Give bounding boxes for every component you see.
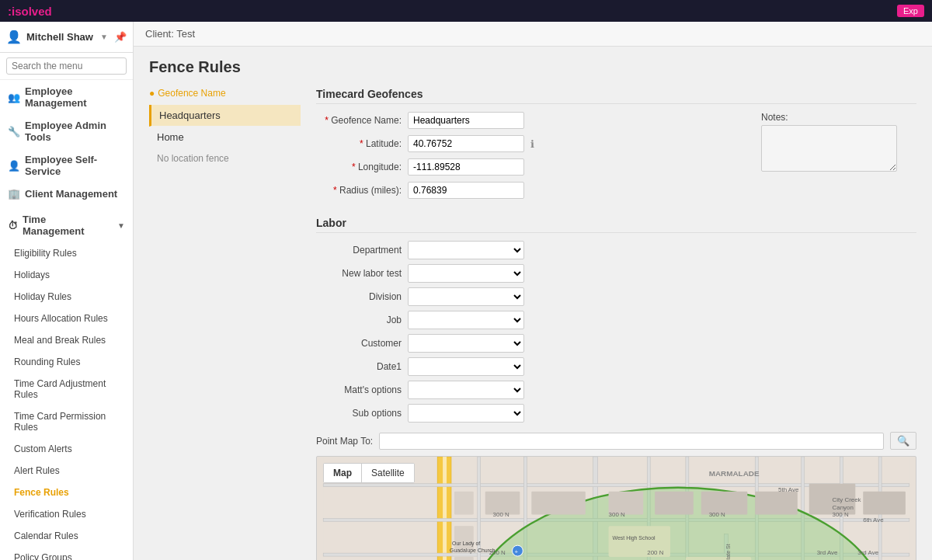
sidebar-item-alert-rules[interactable]: Alert Rules xyxy=(0,460,133,482)
division-label: Division xyxy=(316,291,402,302)
date1-select[interactable] xyxy=(408,357,524,376)
latitude-input[interactable] xyxy=(408,135,524,152)
sidebar-item-employee-admin-tools[interactable]: 🔧 Employee Admin Tools xyxy=(0,114,133,148)
sidebar-item-employee-management[interactable]: 👥 Employee Management xyxy=(0,80,133,114)
sidebar-user-name: Mitchell Shaw xyxy=(26,31,93,43)
fence-left-panel: ● Geofence Name Headquarters Home No loc… xyxy=(149,88,301,560)
matts-options-label: Matt's options xyxy=(316,384,402,395)
labor-section: Labor Department New labor test Division xyxy=(316,217,916,423)
sidebar-item-client-management[interactable]: 🏢 Client Management xyxy=(0,183,133,205)
sidebar-search-container xyxy=(0,53,133,80)
sidebar-item-rounding-rules[interactable]: Rounding Rules xyxy=(0,351,133,373)
sidebar-pin-icon[interactable]: 📌 xyxy=(114,31,127,43)
geofence-name-row: Geofence Name: xyxy=(316,112,746,129)
sidebar-item-employee-self-service[interactable]: 👤 Employee Self-Service xyxy=(0,148,133,183)
content-body: Fence Rules ● Geofence Name Headquarters… xyxy=(134,47,932,560)
client-label: Client: Test xyxy=(145,28,195,40)
job-select[interactable] xyxy=(408,311,524,329)
svg-rect-32 xyxy=(863,492,906,515)
matts-options-select[interactable] xyxy=(408,381,524,399)
geofence-item-home[interactable]: Home xyxy=(149,127,301,148)
svg-text:3rd Ave: 3rd Ave xyxy=(817,549,838,556)
division-row: Division xyxy=(316,287,916,306)
svg-text:N State St: N State St xyxy=(725,544,731,560)
main-layout: 👤 Mitchell Shaw ▼ 📌 👥 Employee Managemen… xyxy=(0,22,932,560)
sidebar-item-meal-and-break-rules[interactable]: Meal and Break Rules xyxy=(0,329,133,351)
form-right: Notes: xyxy=(761,112,916,205)
new-labor-test-select[interactable] xyxy=(408,264,524,283)
matts-options-row: Matt's options xyxy=(316,381,916,399)
job-row: Job xyxy=(316,311,916,329)
svg-text:200 N: 200 N xyxy=(647,549,663,556)
map-tabs: Map Satellite xyxy=(323,463,415,483)
topbar-right: Exp xyxy=(897,5,924,17)
sidebar-user-header[interactable]: 👤 Mitchell Shaw ▼ 📌 xyxy=(0,22,133,53)
geofence-item-headquarters[interactable]: Headquarters xyxy=(149,105,301,127)
division-select[interactable] xyxy=(408,287,524,306)
latitude-row: Latitude: ℹ xyxy=(316,135,746,152)
geofence-section-label: ● Geofence Name xyxy=(149,88,301,99)
new-labor-test-label: New labor test xyxy=(316,268,402,279)
svg-text:200 N: 200 N xyxy=(489,549,506,556)
tab-satellite[interactable]: Satellite xyxy=(362,464,414,482)
sidebar-item-time-card-permission-rules[interactable]: Time Card Permission Rules xyxy=(0,405,133,438)
client-management-icon: 🏢 xyxy=(8,188,20,200)
sidebar-item-fence-rules[interactable]: Fence Rules xyxy=(0,482,133,503)
notes-label: Notes: xyxy=(761,112,916,123)
fence-right-panel: Timecard Geofences Geofence Name: Latitu… xyxy=(316,88,916,560)
labor-section-title: Labor xyxy=(316,217,916,233)
svg-rect-30 xyxy=(755,492,798,515)
svg-rect-22 xyxy=(454,492,474,515)
point-map-row: Point Map To: 🔍 xyxy=(316,432,916,450)
radius-row: Radius (miles): xyxy=(316,182,746,199)
sidebar-item-policy-groups[interactable]: Policy Groups xyxy=(0,547,133,560)
brand-name: isolved xyxy=(12,5,52,18)
latitude-label: Latitude: xyxy=(316,138,402,149)
sidebar-item-holidays[interactable]: Holidays xyxy=(0,264,133,286)
longitude-label: Longitude: xyxy=(316,162,402,172)
sidebar-item-hours-allocation-rules[interactable]: Hours Allocation Rules xyxy=(0,308,133,329)
timecard-section-title: Timecard Geofences xyxy=(316,88,916,104)
sub-options-select[interactable] xyxy=(408,404,524,423)
date1-row: Date1 xyxy=(316,357,916,376)
sidebar-item-time-management[interactable]: ⏱ Time Management ▼ xyxy=(0,208,133,242)
svg-text:MARMALADE: MARMALADE xyxy=(709,469,760,478)
geofence-name-input[interactable] xyxy=(408,112,524,129)
radius-input[interactable] xyxy=(408,182,524,199)
client-bar: Client: Test xyxy=(134,22,932,47)
timecard-form: Geofence Name: Latitude: ℹ Longitude: xyxy=(316,112,916,205)
map-container: Map Satellite xyxy=(316,456,916,560)
page-title: Fence Rules xyxy=(149,58,916,76)
expand-arrow-icon: ▼ xyxy=(117,221,125,230)
svg-rect-26 xyxy=(531,492,586,515)
sidebar: 👤 Mitchell Shaw ▼ 📌 👥 Employee Managemen… xyxy=(0,22,134,560)
svg-text:Guadalupe Church: Guadalupe Church xyxy=(450,548,495,554)
exp-button[interactable]: Exp xyxy=(897,5,924,17)
info-icon[interactable]: ℹ xyxy=(530,138,534,150)
sidebar-item-custom-alerts[interactable]: Custom Alerts xyxy=(0,438,133,460)
content-area: Client: Test Fence Rules ● Geofence Name… xyxy=(134,22,932,560)
longitude-input[interactable] xyxy=(408,158,524,176)
new-labor-test-row: New labor test xyxy=(316,264,916,283)
sidebar-item-eligibility-rules[interactable]: Eligibility Rules xyxy=(0,242,133,264)
employee-management-icon: 👥 xyxy=(8,92,20,103)
sidebar-item-holiday-rules[interactable]: Holiday Rules xyxy=(0,286,133,308)
notes-textarea[interactable] xyxy=(761,125,897,172)
topbar: :isolved Exp xyxy=(0,0,932,22)
svg-rect-39 xyxy=(686,557,751,560)
customer-label: Customer xyxy=(316,338,402,349)
svg-text:+: + xyxy=(514,548,518,555)
svg-text:City Creek: City Creek xyxy=(833,496,861,503)
sidebar-item-time-card-adjustment-rules[interactable]: Time Card Adjustment Rules xyxy=(0,373,133,405)
search-input[interactable] xyxy=(6,57,127,75)
department-select[interactable] xyxy=(408,241,524,259)
geofence-item-no-location[interactable]: No location fence xyxy=(149,148,301,169)
point-map-input[interactable] xyxy=(379,433,884,450)
svg-rect-2 xyxy=(443,457,447,560)
sidebar-item-verification-rules[interactable]: Verification Rules xyxy=(0,503,133,525)
point-map-search-button[interactable]: 🔍 xyxy=(890,432,916,450)
customer-select[interactable] xyxy=(408,334,524,353)
tab-map[interactable]: Map xyxy=(324,464,362,482)
job-label: Job xyxy=(316,315,402,325)
sidebar-item-calendar-rules[interactable]: Calendar Rules xyxy=(0,525,133,547)
